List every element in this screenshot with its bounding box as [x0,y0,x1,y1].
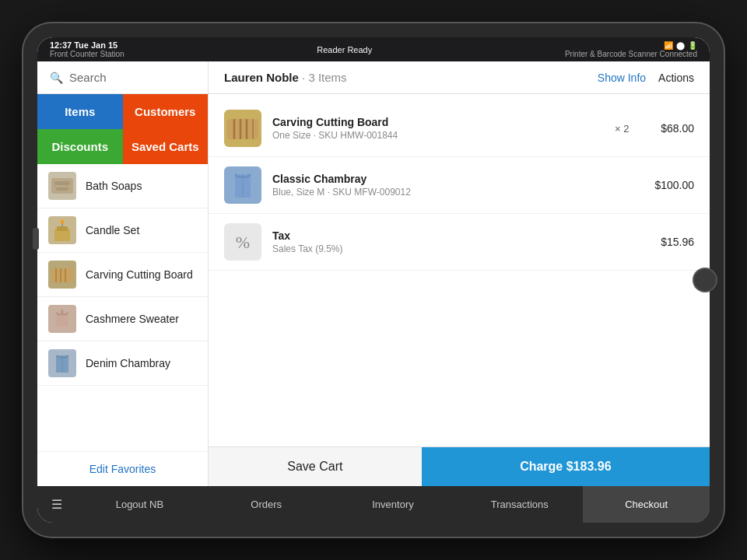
item-thumb-denim [48,349,76,377]
cart-header: Lauren Noble · 3 Items Show Info Actions [209,61,710,94]
main-content: 🔍 Search Items Customers Discounts Saved… [37,61,710,486]
status-right: 📶 ⬤ 🔋 Printer & Barcode Scanner Connecte… [565,41,697,58]
status-connection: Printer & Barcode Scanner Connected [565,50,697,58]
search-label: Search [69,71,107,84]
status-bar: 12:37 Tue Jan 15 Front Counter Station R… [37,37,710,61]
cart-header-right: Show Info Actions [598,72,694,84]
cart-item-image-cutting-board [224,110,261,147]
cart-item-price: $100.00 [647,179,694,191]
cart-item-cutting-board[interactable]: Carving Cutting Board One Size · SKU HMW… [209,100,710,157]
item-name-carving-cutting-board: Carving Cutting Board [86,268,193,281]
search-icon: 🔍 [50,72,63,84]
item-thumb-soaps [48,172,76,200]
bluetooth-icon: ⬤ [676,41,685,50]
side-button [33,228,39,250]
show-info-button[interactable]: Show Info [598,72,646,84]
search-bar[interactable]: 🔍 Search [37,61,208,94]
status-station: Front Counter Station [50,50,124,58]
cart-item-details-chambray: Classic Chambray Blue, Size M · SKU MFW-… [272,173,604,198]
nav-checkout[interactable]: Checkout [583,486,710,523]
actions-button[interactable]: Actions [658,72,694,84]
tablet-frame: 12:37 Tue Jan 15 Front Counter Station R… [23,23,724,537]
nav-menu-button[interactable]: ☰ [37,486,76,523]
list-item[interactable]: Denim Chambray [37,341,208,386]
item-thumb-candle [48,216,76,244]
svg-rect-2 [56,187,68,191]
nav-logout[interactable]: Logout NB [76,486,203,523]
svg-rect-1 [54,181,70,185]
cart-item-title: Classic Chambray [272,173,604,185]
home-button[interactable] [693,268,717,292]
hamburger-icon: ☰ [51,497,62,512]
cart-item-subtitle: One Size · SKU HMW-001844 [272,130,604,141]
left-panel: 🔍 Search Items Customers Discounts Saved… [37,61,209,486]
item-name-denim-chambray: Denim Chambray [86,357,170,369]
cart-item-count: · 3 Items [302,71,347,84]
tablet-screen: 12:37 Tue Jan 15 Front Counter Station R… [37,37,710,523]
wifi-icon: 📶 [664,41,673,50]
list-item[interactable]: Cashmere Sweater [37,297,208,341]
nav-btn-items[interactable]: Items [37,94,123,129]
svg-rect-12 [227,119,258,139]
list-item[interactable]: Candle Set [37,208,208,253]
cart-item-subtitle: Blue, Size M · SKU MFW-009012 [272,187,604,198]
cart-item-details-cutting-board: Carving Cutting Board One Size · SKU HMW… [272,116,604,141]
item-name-cashmere-sweater: Cashmere Sweater [86,313,179,325]
items-list: Bath Soaps Candle Set Carving Cutting Bo… [37,164,208,451]
save-cart-button[interactable]: Save Cart [209,447,422,486]
nav-orders[interactable]: Orders [203,486,330,523]
cart-items-list: Carving Cutting Board One Size · SKU HMW… [209,94,710,446]
svg-rect-0 [51,178,73,194]
status-time: 12:37 Tue Jan 15 [50,40,124,50]
cart-footer: Save Cart Charge $183.96 [209,446,710,486]
svg-point-6 [61,219,64,224]
cart-item-price: $68.00 [647,122,694,135]
cart-customer: Lauren Noble · 3 Items [224,71,347,84]
nav-inventory[interactable]: Inventory [330,486,457,523]
right-panel: Lauren Noble · 3 Items Show Info Actions [209,61,710,486]
cart-item-qty: × 2 [615,123,637,135]
customer-name: Lauren Noble [224,71,299,84]
cart-item-title: Tax [272,229,604,242]
list-item[interactable]: Bath Soaps [37,164,208,208]
cart-item-chambray[interactable]: Classic Chambray Blue, Size M · SKU MFW-… [209,157,710,214]
charge-button[interactable]: Charge $183.96 [422,447,710,486]
cart-item-subtitle: Sales Tax (9.5%) [272,243,604,254]
svg-rect-7 [51,268,73,282]
svg-rect-4 [57,226,68,231]
cart-item-title: Carving Cutting Board [272,116,604,128]
item-thumb-cutting [48,261,76,289]
svg-text:%: % [236,233,250,252]
list-item[interactable]: Carving Cutting Board [37,253,208,297]
bottom-nav: ☰ Logout NB Orders Inventory Transaction… [37,486,710,523]
status-bar-left: 12:37 Tue Jan 15 Front Counter Station [50,40,124,58]
status-icons: 📶 ⬤ 🔋 [664,41,697,50]
nav-btn-customers[interactable]: Customers [123,94,209,129]
item-name-candle-set: Candle Set [86,224,139,236]
cart-item-price: $15.96 [647,236,694,248]
cart-item-details-tax: Tax Sales Tax (9.5%) [272,229,604,254]
item-thumb-cashmere [48,305,76,333]
edit-favorites-button[interactable]: Edit Favorites [37,451,208,486]
item-name-bath-soaps: Bath Soaps [86,180,142,192]
cart-item-image-tax: % [224,223,261,261]
nav-btn-discounts[interactable]: Discounts [37,129,123,164]
nav-transactions[interactable]: Transactions [456,486,583,523]
status-center: Reader Ready [317,45,372,54]
nav-buttons: Items Customers Discounts Saved Carts [37,94,208,164]
cart-item-tax[interactable]: % Tax Sales Tax (9.5%) $15.96 [209,214,710,271]
cart-item-image-chambray [224,166,261,204]
battery-icon: 🔋 [688,41,697,50]
nav-btn-saved-carts[interactable]: Saved Carts [123,129,209,164]
